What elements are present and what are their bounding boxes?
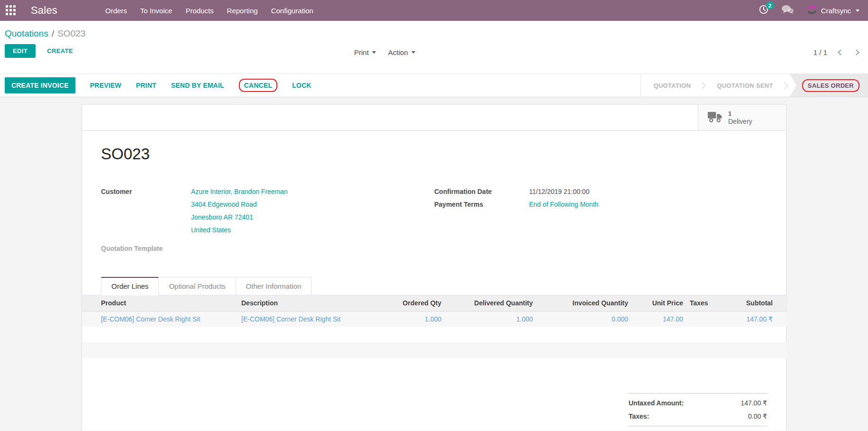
breadcrumb: Quotations/SO023	[5, 28, 868, 40]
chat-bubbles-icon	[781, 5, 794, 17]
top-navbar: Sales Orders To Invoice Products Reporti…	[0, 0, 868, 21]
table-header-row: Product Description Ordered Qty Delivere…	[82, 295, 787, 311]
notebook-tabs: Order Lines Optional Products Other Info…	[82, 277, 786, 295]
customer-field: Azure Interior, Brandon Freeman 3404 Edg…	[191, 185, 434, 237]
truck-icon	[708, 111, 722, 125]
pager-counter: 1 / 1	[813, 48, 827, 56]
cell-product[interactable]: [E-COM06] Corner Desk Right Sit	[82, 311, 238, 327]
annotation-highlight: SALES ORDER	[802, 79, 859, 92]
form-view-background: 1 Delivery SO023 Customer Azure Interior…	[0, 97, 868, 431]
pager-next-button[interactable]	[853, 49, 859, 55]
column-unit-price: Unit Price	[629, 295, 684, 311]
activities-button[interactable]: 2	[759, 5, 768, 16]
send-by-email-button[interactable]: SEND BY EMAIL	[171, 82, 224, 89]
order-line-row[interactable]: [E-COM06] Corner Desk Right Sit [E-COM06…	[82, 311, 787, 327]
pager: 1 / 1	[813, 48, 859, 56]
chevron-down-icon	[856, 9, 859, 12]
create-button[interactable]: CREATE	[44, 47, 76, 55]
chevron-down-icon	[372, 51, 376, 54]
field-groups: Customer Azure Interior, Brandon Freeman…	[101, 185, 767, 255]
state-widget: QUOTATION QUOTATION SENT SALES ORDER	[640, 74, 868, 97]
app-name[interactable]: Sales	[31, 4, 60, 17]
edit-button[interactable]: EDIT	[5, 44, 36, 58]
quotation-template-label: Quotation Template	[101, 242, 191, 255]
payment-terms-label: Payment Terms	[434, 198, 529, 211]
state-quotation[interactable]: QUOTATION	[641, 74, 703, 97]
menu-orders[interactable]: Orders	[105, 7, 127, 15]
preview-button[interactable]: PREVIEW	[90, 82, 121, 89]
user-menu[interactable]: Craftsync	[807, 5, 859, 17]
breadcrumb-separator: /	[52, 28, 54, 38]
customer-country[interactable]: United States	[191, 224, 434, 237]
customer-street[interactable]: 3404 Edgewood Road	[191, 198, 434, 211]
column-invoiced-quantity: Invoiced Quantity	[534, 295, 629, 311]
field-group-left: Customer Azure Interior, Brandon Freeman…	[101, 185, 434, 255]
empty-row	[82, 342, 787, 358]
breadcrumb-current: SO023	[57, 28, 85, 38]
chevron-down-icon	[411, 51, 415, 54]
statusbar: CREATE INVOICE PREVIEW PRINT SEND BY EMA…	[0, 73, 868, 97]
menu-reporting[interactable]: Reporting	[227, 7, 258, 15]
customer-city[interactable]: Jonesboro AR 72401	[191, 211, 434, 224]
statusbar-buttons: CREATE INVOICE PREVIEW PRINT SEND BY EMA…	[5, 77, 311, 93]
column-product: Product	[82, 295, 238, 311]
control-panel: Quotations/SO023 EDIT CREATE Print Actio…	[0, 21, 868, 73]
navbar-right: 2 Craftsync	[759, 5, 859, 17]
column-taxes: Taxes	[684, 295, 736, 311]
print-dropdown[interactable]: Print	[354, 48, 376, 56]
customer-name-link[interactable]: Azure Interior, Brandon Freeman	[191, 185, 434, 198]
control-panel-dropdowns: Print Action	[354, 48, 415, 56]
tab-optional-products[interactable]: Optional Products	[158, 277, 236, 295]
confirmation-date-value: 11/12/2019 21:00:00	[529, 185, 767, 198]
untaxed-amount-label: Untaxed Amount:	[629, 396, 684, 410]
menu-to-invoice[interactable]: To Invoice	[140, 7, 173, 15]
column-ordered-qty: Ordered Qty	[366, 295, 442, 311]
user-name: Craftsync	[821, 7, 851, 15]
delivery-label: Delivery	[728, 118, 752, 125]
delivery-count: 1	[728, 110, 752, 118]
page-title: SO023	[101, 144, 767, 165]
quotation-template-field[interactable]	[191, 237, 434, 255]
field-group-right: Confirmation Date 11/12/2019 21:00:00 Pa…	[434, 185, 767, 255]
smart-button-box: 1 Delivery	[82, 105, 786, 131]
payment-terms-value[interactable]: End of Following Month	[529, 198, 767, 211]
print-button[interactable]: PRINT	[136, 82, 156, 89]
state-sales-order[interactable]: SALES ORDER	[790, 74, 868, 97]
menu-configuration[interactable]: Configuration	[271, 7, 313, 15]
tab-other-information[interactable]: Other Information	[236, 277, 312, 295]
cell-taxes	[684, 311, 736, 327]
apps-menu-icon[interactable]	[6, 5, 17, 16]
cell-delivered-quantity: 1.000	[442, 311, 534, 327]
action-dropdown[interactable]: Action	[388, 48, 415, 56]
cell-unit-price: 147.00	[629, 311, 684, 327]
create-invoice-button[interactable]: CREATE INVOICE	[5, 77, 75, 93]
totals-box: Untaxed Amount: 147.00 ₹ Taxes: 0.00 ₹	[629, 393, 767, 426]
control-panel-buttons: EDIT CREATE	[5, 44, 868, 58]
cell-subtotal: 147.00 ₹	[736, 311, 787, 327]
lock-button[interactable]: LOCK	[292, 82, 311, 89]
confirmation-date-label: Confirmation Date	[434, 185, 529, 198]
company-logo	[807, 5, 817, 17]
order-lines-table: Product Description Ordered Qty Delivere…	[82, 295, 787, 374]
main-menu: Orders To Invoice Products Reporting Con…	[105, 7, 313, 15]
delivery-smart-button[interactable]: 1 Delivery	[698, 105, 786, 130]
column-subtotal: Subtotal	[736, 295, 787, 311]
cell-description: [E-COM06] Corner Desk Right Sit	[238, 311, 366, 327]
column-description: Description	[238, 295, 366, 311]
cancel-button[interactable]: CANCEL	[239, 79, 278, 92]
notebook: Order Lines Optional Products Other Info…	[82, 277, 786, 426]
untaxed-amount-value: 147.00 ₹	[740, 396, 767, 410]
tab-order-lines[interactable]: Order Lines	[101, 277, 159, 295]
cell-invoiced-quantity: 0.000	[534, 311, 629, 327]
state-quotation-sent[interactable]: QUOTATION SENT	[704, 74, 786, 97]
messages-button[interactable]	[781, 5, 794, 17]
taxes-label: Taxes:	[629, 410, 649, 423]
pager-previous-button[interactable]	[838, 49, 844, 55]
menu-products[interactable]: Products	[185, 7, 213, 15]
form-sheet: 1 Delivery SO023 Customer Azure Interior…	[82, 104, 786, 431]
taxes-value: 0.00 ₹	[748, 410, 767, 423]
cell-ordered-qty: 1.000	[366, 311, 442, 327]
empty-row	[82, 327, 787, 342]
breadcrumb-quotations[interactable]: Quotations	[5, 28, 48, 38]
customer-label: Customer	[101, 185, 191, 237]
